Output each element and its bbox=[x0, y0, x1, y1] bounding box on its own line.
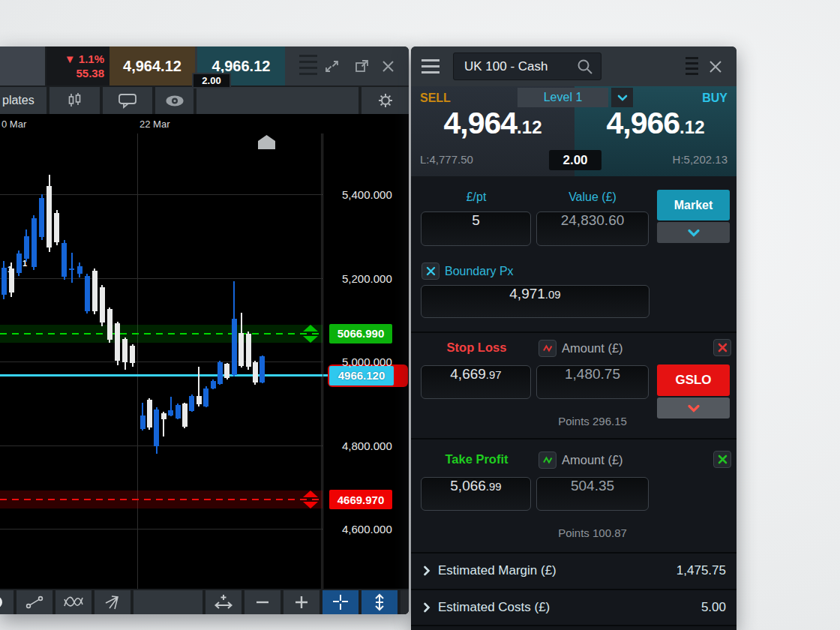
stake-label: £/pt bbox=[422, 190, 531, 204]
menu-icon[interactable] bbox=[422, 59, 440, 74]
order-ticket-header: UK 100 - Cash bbox=[411, 46, 736, 86]
boundary-main: 4,971 bbox=[509, 286, 545, 302]
boundary-decimal: .09 bbox=[545, 288, 561, 301]
level-dropdown-button[interactable] bbox=[611, 88, 633, 107]
candle-body bbox=[16, 254, 22, 273]
templates-button[interactable]: plates bbox=[0, 87, 46, 114]
expand-icon[interactable] bbox=[323, 58, 340, 75]
take-profit-remove-button[interactable] bbox=[713, 451, 731, 468]
stop-loss-price-input[interactable]: 4,669.97 bbox=[421, 365, 531, 399]
change-points: 55.38 bbox=[46, 66, 104, 80]
current-price-line bbox=[0, 374, 322, 376]
h-gridline bbox=[0, 446, 322, 446]
buy-price-button[interactable]: 4,966.12 bbox=[574, 106, 736, 149]
stop-loss-drag-arrow-up[interactable] bbox=[303, 490, 318, 497]
candle-body bbox=[24, 236, 29, 260]
zoom-out-button[interactable] bbox=[244, 590, 280, 614]
zoom-in-button[interactable] bbox=[284, 590, 320, 614]
axis-tick-label: 5,000.000 bbox=[342, 356, 392, 368]
chevron-down-icon bbox=[687, 229, 700, 237]
candle-body bbox=[232, 319, 237, 375]
change-percent: 1.1% bbox=[79, 52, 104, 65]
estimated-costs-value: 5.00 bbox=[701, 600, 726, 615]
pan-extend-button[interactable] bbox=[206, 590, 242, 614]
chat-annotation-button[interactable] bbox=[103, 87, 152, 114]
order-ticket-window: UK 100 - Cash SELL BUY Level 1 4,964.12 bbox=[411, 46, 736, 630]
value-value: 24,830.60 bbox=[561, 212, 625, 229]
ellipse-tool-button[interactable] bbox=[0, 590, 14, 614]
candle-body bbox=[9, 268, 14, 292]
pitchfork-tool-button[interactable] bbox=[94, 590, 130, 614]
stop-loss-drag-arrow-down[interactable] bbox=[303, 502, 318, 508]
candle-body bbox=[253, 362, 258, 383]
take-profit-trailing-toggle[interactable] bbox=[538, 452, 556, 469]
candle-body bbox=[54, 213, 59, 242]
chart-settings-button[interactable] bbox=[362, 87, 409, 114]
candlestick-icon bbox=[66, 92, 84, 110]
boundary-checkbox[interactable] bbox=[422, 262, 440, 280]
stop-loss-trailing-toggle[interactable] bbox=[538, 340, 556, 357]
stop-loss-amount-input[interactable]: 1,480.75 bbox=[536, 365, 649, 399]
stake-input[interactable]: 5 bbox=[421, 212, 531, 246]
candle-body bbox=[62, 243, 67, 277]
stop-loss-label: Stop Loss bbox=[422, 340, 532, 355]
stop-loss-price-decimal: .97 bbox=[486, 368, 502, 381]
estimated-costs-row[interactable]: Estimated Costs (£) 5.00 bbox=[411, 590, 736, 625]
candle-body bbox=[203, 388, 208, 406]
order-type-dropdown-button[interactable] bbox=[657, 222, 730, 243]
price-axis[interactable]: 5066.990 4966.120 4669.970 5,400.0005,20… bbox=[322, 134, 409, 589]
wave-tool-button[interactable] bbox=[56, 590, 92, 614]
axis-tick-label: 5,200.000 bbox=[342, 272, 392, 284]
take-profit-line[interactable] bbox=[0, 333, 322, 334]
popout-icon[interactable] bbox=[353, 58, 370, 75]
take-profit-price-input[interactable]: 5,066.99 bbox=[421, 477, 531, 511]
close-icon[interactable] bbox=[380, 58, 397, 75]
drag-grip-icon[interactable] bbox=[686, 57, 698, 76]
candle-body bbox=[122, 339, 128, 362]
order-type-button[interactable]: Market bbox=[657, 190, 730, 220]
candle-body bbox=[69, 268, 74, 270]
level-selector[interactable]: Level 1 bbox=[518, 88, 608, 107]
close-icon[interactable] bbox=[706, 58, 724, 76]
boundary-input[interactable]: 4,971.09 bbox=[421, 285, 650, 318]
chart-type-button[interactable] bbox=[50, 87, 100, 114]
desktop-background: ▼ 1.1% 55.38 4,964.12 4,966.12 2.00 plat… bbox=[0, 0, 840, 630]
chart-window: ▼ 1.1% 55.38 4,964.12 4,966.12 2.00 plat… bbox=[0, 46, 409, 614]
take-profit-drag-arrow-up[interactable] bbox=[303, 325, 318, 332]
vertical-scale-button[interactable] bbox=[362, 590, 398, 614]
chart-sell-price-button[interactable]: 4,964.12 bbox=[110, 46, 195, 86]
candle-body bbox=[224, 364, 230, 378]
crosshair-button[interactable] bbox=[322, 590, 358, 614]
chart-spread-badge: 2.00 bbox=[192, 73, 231, 88]
gslo-dropdown-button[interactable] bbox=[657, 398, 730, 418]
sell-price-decimal: .12 bbox=[517, 117, 542, 138]
home-marker-icon[interactable] bbox=[258, 135, 275, 149]
current-price-badge: 4966.120 bbox=[329, 366, 394, 386]
chart-toolbar: plates bbox=[0, 86, 409, 114]
chevron-right-icon bbox=[423, 602, 430, 613]
price-change-cell: ▼ 1.1% 55.38 bbox=[46, 46, 110, 86]
take-profit-amount-input[interactable]: 504.35 bbox=[536, 477, 649, 511]
value-input[interactable]: 24,830.60 bbox=[536, 212, 649, 246]
candle-body bbox=[92, 271, 98, 312]
take-profit-drag-arrow-down[interactable] bbox=[303, 336, 318, 343]
drawing-toolbar-end bbox=[400, 590, 409, 614]
stop-loss-remove-button[interactable] bbox=[713, 339, 731, 356]
estimated-margin-row[interactable]: Estimated Margin (£) 1,475.75 bbox=[411, 554, 736, 588]
chart-plot-area[interactable]: 1 1 bbox=[0, 134, 322, 589]
drag-grip-icon[interactable] bbox=[299, 55, 317, 78]
stop-loss-line[interactable] bbox=[0, 499, 322, 500]
sell-price-button[interactable]: 4,964.12 bbox=[411, 106, 574, 149]
chart-corner-cell[interactable] bbox=[0, 46, 46, 86]
gslo-button[interactable]: GSLO bbox=[657, 364, 730, 396]
down-triangle-icon: ▼ bbox=[64, 52, 76, 65]
gear-icon bbox=[376, 92, 394, 110]
instrument-search-box[interactable]: UK 100 - Cash bbox=[453, 52, 602, 80]
take-profit-price-decimal: .99 bbox=[486, 480, 502, 493]
candle-body bbox=[211, 381, 216, 388]
zigzag-icon bbox=[542, 456, 554, 464]
watch-button[interactable] bbox=[155, 87, 194, 114]
chevron-right-icon bbox=[423, 566, 430, 576]
trendline-tool-button[interactable] bbox=[16, 590, 52, 614]
drawing-toolbar bbox=[0, 589, 409, 614]
